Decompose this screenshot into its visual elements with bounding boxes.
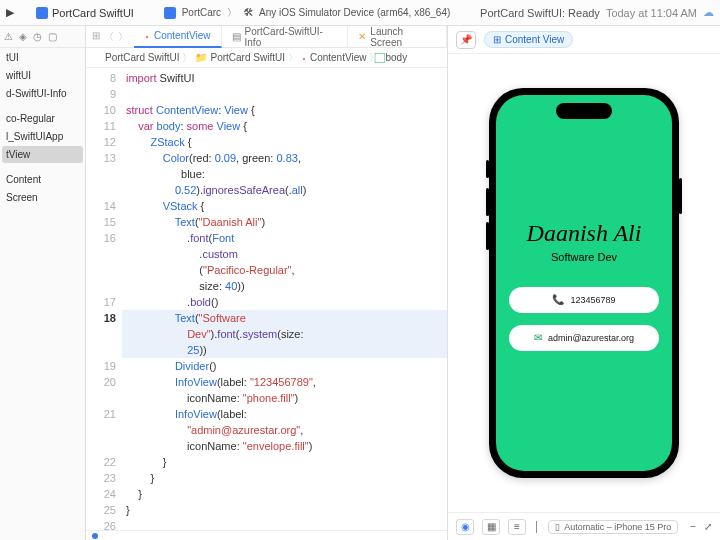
navigator-selector[interactable]: ⚠ ◈ ◷ ▢ xyxy=(0,26,85,48)
nav-item[interactable]: Content xyxy=(2,171,83,188)
file-navigator[interactable]: tUIwiftUId-SwiftUI-Infoco-Regularl_Swift… xyxy=(0,48,85,540)
code-line[interactable]: Divider() xyxy=(122,358,447,374)
editor-tab[interactable]: ✕Launch Screen xyxy=(348,26,447,48)
nav-item[interactable]: d-SwiftUI-Info xyxy=(2,85,83,102)
code-line[interactable]: InfoView(label: xyxy=(122,406,447,422)
build-time: Today at 11:04 AM xyxy=(606,7,697,19)
run-button[interactable]: ▶ xyxy=(6,6,14,19)
card-name: Daanish Ali xyxy=(527,220,642,247)
device-selector[interactable]: ▯ Automatic – iPhone 15 Pro xyxy=(548,520,678,534)
build-status: PortCard SwiftUI: Ready xyxy=(480,7,600,19)
email-pill: ✉ admin@azurestar.org xyxy=(509,325,659,351)
editor-area: ⊞ 〈 〉 ⬩ContentView▤PortCard-SwiftUI-Info… xyxy=(86,26,448,540)
source-editor[interactable]: 8910111213141516171819202122232425262728… xyxy=(86,68,447,530)
device-screen: Daanish Ali Software Dev 📞 123456789 ✉ a… xyxy=(496,95,672,471)
swift-icon: ⬩ xyxy=(301,52,307,63)
nav-item[interactable]: tView xyxy=(2,146,83,163)
editor-footer xyxy=(86,530,447,540)
code-line[interactable]: ZStack { xyxy=(122,134,447,150)
back-icon[interactable]: 〈 xyxy=(104,30,114,44)
preview-canvas[interactable]: Daanish Ali Software Dev 📞 123456789 ✉ a… xyxy=(448,54,720,512)
storyboard-icon: ✕ xyxy=(358,31,366,42)
code-line[interactable]: Dev").font(.system(size: xyxy=(122,326,447,342)
square-icon[interactable]: ▢ xyxy=(48,31,57,42)
code-line[interactable]: struct ContentView: View { xyxy=(122,102,447,118)
cloud-icon[interactable]: ☁ xyxy=(703,6,714,19)
code-line[interactable]: 25)) xyxy=(122,342,447,358)
phone-pill: 📞 123456789 xyxy=(509,287,659,313)
nav-item[interactable] xyxy=(2,164,83,170)
card-role: Software Dev xyxy=(551,251,617,263)
project-selector[interactable]: PortCard SwiftUI xyxy=(36,7,134,19)
phone-icon: 📞 xyxy=(552,294,564,305)
preview-chip[interactable]: ⊞ Content View xyxy=(484,31,573,48)
code-line[interactable]: } xyxy=(122,454,447,470)
hammer-icon: 🛠 xyxy=(243,7,253,18)
diamond-icon[interactable]: ◈ xyxy=(19,31,27,42)
nav-item[interactable]: l_SwiftUIApp xyxy=(2,128,83,145)
live-button[interactable]: ◉ xyxy=(456,519,474,535)
code-line[interactable]: VStack { xyxy=(122,198,447,214)
code-line[interactable]: "admin@azurestar.org", xyxy=(122,422,447,438)
device-frame: Daanish Ali Software Dev 📞 123456789 ✉ a… xyxy=(489,88,679,478)
navigator-panel: ⚠ ◈ ◷ ▢ tUIwiftUId-SwiftUI-Infoco-Regula… xyxy=(0,26,86,540)
folder-icon: 📁 xyxy=(195,52,207,63)
swift-file-icon: ⬩ xyxy=(144,30,150,41)
code-line[interactable] xyxy=(122,518,447,530)
code-line[interactable]: iconName: "envelope.fill") xyxy=(122,438,447,454)
canvas-toolbar: ◉ ▦ ≡ │ ▯ Automatic – iPhone 15 Pro − ⤢ xyxy=(448,512,720,540)
envelope-icon: ✉ xyxy=(534,332,542,343)
code-line[interactable] xyxy=(122,86,447,102)
editor-tab[interactable]: ⬩ContentView xyxy=(134,26,222,48)
scheme-icon xyxy=(164,7,176,19)
top-toolbar: ▶ PortCard SwiftUI PortCarc 〉 🛠 Any iOS … xyxy=(0,0,720,26)
nav-item[interactable]: wiftUI xyxy=(2,67,83,84)
zoom-label[interactable]: ⤢ xyxy=(704,521,712,532)
code-line[interactable]: Color(red: 0.09, green: 0.83, xyxy=(122,150,447,166)
code-line[interactable]: 0.52).ignoresSafeArea(.all) xyxy=(122,182,447,198)
clock-icon[interactable]: ◷ xyxy=(33,31,42,42)
dynamic-island xyxy=(556,103,612,119)
app-icon xyxy=(36,7,48,19)
forward-icon[interactable]: 〉 xyxy=(118,30,128,44)
code-line[interactable]: } xyxy=(122,486,447,502)
code-line[interactable]: .font(Font xyxy=(122,230,447,246)
code-line[interactable]: blue: xyxy=(122,166,447,182)
zoom-out-button[interactable]: − xyxy=(690,521,696,532)
pin-button[interactable]: 📌 xyxy=(456,31,476,49)
scheme-status[interactable]: PortCarc 〉 🛠 Any iOS Simulator Device (a… xyxy=(140,6,474,20)
iphone-icon: ▯ xyxy=(555,522,560,532)
plist-icon: ▤ xyxy=(232,31,241,42)
editor-tab[interactable]: ▤PortCard-SwiftUI-Info xyxy=(222,26,349,48)
project-icon xyxy=(92,53,102,63)
code-line[interactable]: .bold() xyxy=(122,294,447,310)
selectable-button[interactable]: ▦ xyxy=(482,519,500,535)
nav-item[interactable]: co-Regular xyxy=(2,110,83,127)
jump-bar[interactable]: PortCard SwiftUI〉 📁 PortCard SwiftUI〉 ⬩ … xyxy=(86,48,447,68)
preview-panel: 📌 ⊞ Content View Daanish Ali Software De… xyxy=(448,26,720,540)
breakpoint-dot[interactable] xyxy=(92,533,98,539)
code-line[interactable]: Text("Daanish Ali") xyxy=(122,214,447,230)
variants-button[interactable]: ≡ xyxy=(508,519,526,535)
code-line[interactable]: } xyxy=(122,470,447,486)
editor-nav[interactable]: ⊞ 〈 〉 xyxy=(86,30,134,44)
code-line[interactable]: .custom xyxy=(122,246,447,262)
nav-item[interactable]: tUI xyxy=(2,49,83,66)
code-line[interactable]: } xyxy=(122,502,447,518)
grid-icon: ⊞ xyxy=(493,34,501,45)
related-icon[interactable]: ⊞ xyxy=(92,30,100,44)
nav-item[interactable] xyxy=(2,103,83,109)
code-line[interactable]: size: 40)) xyxy=(122,278,447,294)
code-line[interactable]: Text("Software xyxy=(122,310,447,326)
code-line[interactable]: InfoView(label: "123456789", xyxy=(122,374,447,390)
code-line[interactable]: ("Pacifico-Regular", xyxy=(122,262,447,278)
nav-item[interactable]: Screen xyxy=(2,189,83,206)
code-line[interactable]: iconName: "phone.fill") xyxy=(122,390,447,406)
editor-tabs: ⬩ContentView▤PortCard-SwiftUI-Info✕Launc… xyxy=(134,26,447,48)
warning-icon[interactable]: ⚠ xyxy=(4,31,13,42)
code-line[interactable]: import SwiftUI xyxy=(122,70,447,86)
code-line[interactable]: var body: some View { xyxy=(122,118,447,134)
